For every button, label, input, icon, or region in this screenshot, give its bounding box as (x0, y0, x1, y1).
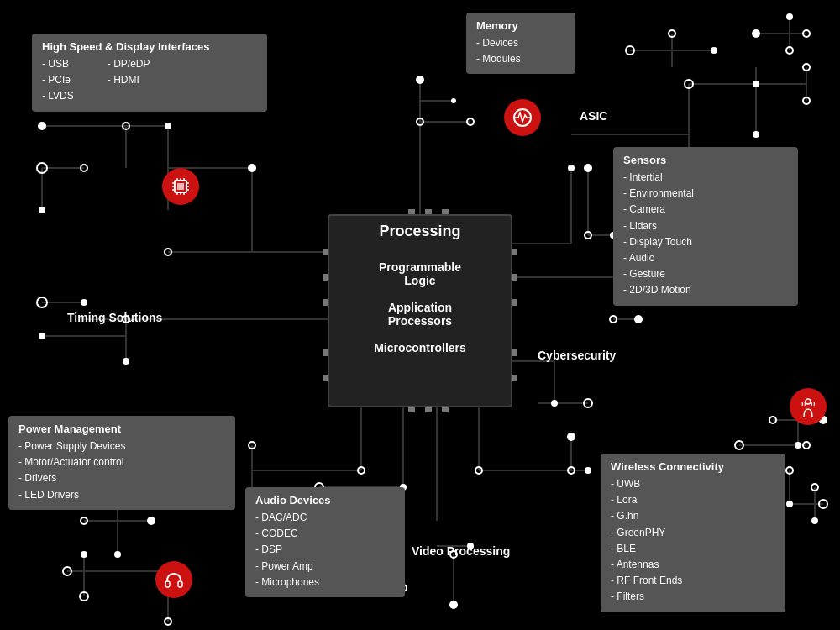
svg-point-80 (634, 315, 643, 323)
audio-body: - DAC/ADC - CODEC - DSP - Power Amp - Mi… (255, 510, 395, 591)
highspeed-card: High Speed & Display Interfaces - USB - … (32, 34, 267, 112)
highspeed-col1: - USB - PCIe - LVDS (42, 56, 74, 105)
svg-point-109 (81, 517, 87, 524)
svg-point-66 (39, 207, 45, 213)
svg-point-119 (769, 417, 776, 423)
wireless-card: Wireless Connectivity - UWB - Lora - G.h… (601, 454, 785, 612)
svg-point-104 (786, 13, 793, 20)
memory-card: Memory - Devices - Modules (466, 13, 575, 74)
highspeed-item-3: - LVDS (42, 88, 74, 104)
wireless-item-4: - GreenPHY (611, 525, 775, 541)
wireless-item-3: - G.hn (611, 508, 775, 524)
svg-point-88 (358, 467, 365, 474)
svg-point-122 (795, 442, 801, 449)
sensors-item-4: - Lidars (623, 218, 788, 234)
highspeed-title: High Speed & Display Interfaces (42, 40, 257, 53)
svg-point-131 (811, 517, 818, 524)
wireless-item-2: - Lora (611, 492, 775, 508)
audio-item-2: - CODEC (255, 526, 395, 542)
svg-point-97 (568, 467, 575, 474)
svg-point-73 (685, 80, 693, 88)
svg-point-130 (811, 484, 818, 491)
svg-point-85 (81, 299, 87, 306)
wireless-title: Wireless Connectivity (611, 460, 775, 473)
svg-point-65 (37, 163, 47, 173)
pulse-icon (504, 99, 541, 136)
center-processing-box: Processing ProgrammableLogic Application… (328, 214, 512, 407)
highspeed-item-5: - HDMI (108, 72, 150, 88)
wireless-body: - UWB - Lora - G.hn - GreenPHY - BLE - A… (611, 476, 775, 606)
svg-rect-149 (177, 183, 184, 190)
svg-point-102 (711, 47, 717, 54)
svg-point-105 (786, 47, 793, 54)
power-item-1: - Power Supply Devices (18, 438, 225, 454)
svg-rect-137 (442, 407, 449, 412)
audio-title: Audio Devices (255, 494, 395, 507)
svg-point-113 (63, 567, 71, 575)
svg-point-112 (114, 551, 121, 558)
svg-point-76 (803, 97, 810, 104)
chip-icon (162, 168, 199, 205)
sensors-item-3: - Camera (623, 202, 788, 218)
wireless-item-7: - RF Front Ends (611, 573, 775, 589)
audio-item-5: - Microphones (255, 575, 395, 591)
svg-point-96 (567, 433, 575, 441)
svg-point-59 (467, 118, 474, 125)
svg-rect-143 (512, 249, 517, 255)
cybersecurity-label: Cybersecurity (538, 349, 616, 362)
wireless-item-5: - BLE (611, 541, 775, 557)
power-card: Power Management - Power Supply Devices … (8, 416, 235, 510)
svg-point-58 (416, 76, 424, 84)
power-body: - Power Supply Devices - Motor/Actuator … (18, 438, 225, 503)
svg-point-67 (81, 165, 87, 171)
highspeed-item-4: - DP/eDP (108, 56, 150, 72)
memory-item-1: - Devices (476, 35, 565, 51)
svg-point-108 (753, 131, 759, 138)
svg-point-69 (165, 249, 171, 255)
power-item-3: - Drivers (18, 470, 225, 486)
svg-point-79 (610, 316, 617, 323)
svg-point-83 (39, 333, 45, 339)
svg-point-74 (753, 81, 759, 87)
power-item-4: - LED Drivers (18, 487, 225, 503)
svg-point-107 (803, 30, 810, 37)
svg-rect-165 (178, 581, 182, 587)
power-title: Power Management (18, 423, 225, 435)
center-item-2: ApplicationProcessors (388, 301, 452, 328)
sensors-item-1: - Intertial (623, 170, 788, 186)
svg-point-71 (585, 232, 591, 239)
svg-point-62 (38, 122, 46, 130)
svg-point-129 (819, 500, 827, 508)
svg-rect-135 (408, 407, 415, 412)
svg-rect-146 (512, 349, 517, 356)
timing-label: Timing Solutions (67, 311, 162, 324)
svg-point-163 (806, 399, 811, 404)
center-title: Processing (379, 223, 460, 240)
svg-point-75 (803, 64, 810, 71)
center-item-1: ProgrammableLogic (379, 260, 461, 287)
svg-point-95 (475, 467, 482, 474)
svg-point-99 (551, 400, 558, 407)
headphones-icon (155, 561, 192, 598)
highspeed-item-1: - USB (42, 56, 74, 72)
sensors-item-8: - 2D/3D Motion (623, 282, 788, 298)
highspeed-item-2: - PCIe (42, 72, 74, 88)
svg-point-86 (249, 442, 255, 449)
power-item-2: - Motor/Actuator control (18, 454, 225, 470)
svg-point-64 (165, 123, 171, 129)
svg-point-128 (786, 501, 793, 507)
svg-point-61 (451, 98, 456, 103)
wireless-item-1: - UWB (611, 476, 775, 492)
svg-point-116 (80, 592, 88, 601)
svg-point-98 (585, 467, 591, 474)
svg-rect-144 (512, 274, 517, 281)
svg-point-100 (584, 399, 592, 407)
svg-rect-145 (512, 299, 517, 306)
sensors-card: Sensors - Intertial - Environmental - Ca… (613, 147, 798, 306)
sensors-body: - Intertial - Environmental - Camera - L… (623, 170, 788, 299)
video-label: Video Processing (412, 544, 510, 558)
person-icon (790, 388, 827, 425)
sensors-item-2: - Environmental (623, 186, 788, 202)
svg-point-115 (81, 551, 87, 558)
svg-point-101 (669, 30, 675, 37)
